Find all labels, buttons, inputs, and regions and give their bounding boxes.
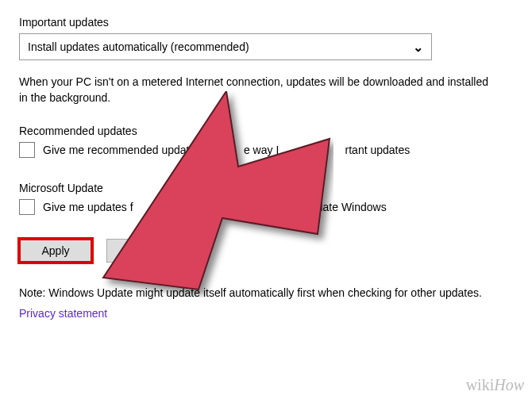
- wikihow-watermark: wikiHow: [466, 376, 524, 394]
- note-text: Note: Windows Update might update itself…: [19, 286, 513, 299]
- important-updates-label: Important updates: [19, 16, 513, 29]
- microsoft-update-checkbox[interactable]: [19, 199, 35, 215]
- recommended-updates-checkbox[interactable]: [19, 142, 35, 158]
- recommended-updates-label: Recommended updates: [19, 125, 513, 137]
- privacy-statement-link[interactable]: Privacy statement: [19, 307, 513, 320]
- important-updates-dropdown[interactable]: Install updates automatically (recommend…: [19, 33, 432, 60]
- description-text: When your PC isn't on a metered Internet…: [19, 75, 495, 106]
- chevron-down-icon: ⌄: [413, 40, 423, 55]
- dropdown-value: Install updates automatically (recommend…: [28, 40, 249, 53]
- microsoft-update-checkbox-label: Give me updates for other Microsoft prod…: [43, 201, 387, 213]
- recommended-updates-checkbox-label: Give me recommended updates the same way…: [43, 144, 410, 156]
- microsoft-update-label: Microsoft Update: [19, 182, 513, 194]
- apply-button[interactable]: Apply: [19, 239, 92, 263]
- cancel-button[interactable]: Cancel: [106, 239, 179, 263]
